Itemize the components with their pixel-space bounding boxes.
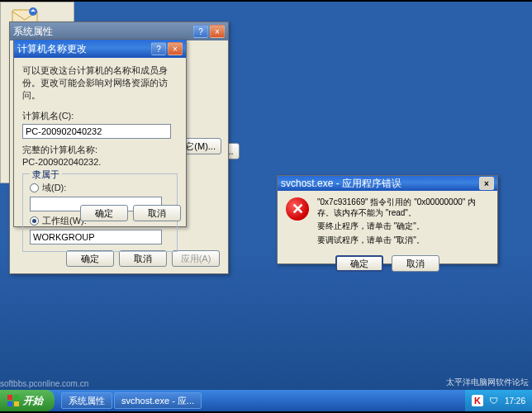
watermark-url: softbbs.pconline.com.cn bbox=[0, 379, 88, 388]
error-dialog: svchost.exe - 应用程序错误 × ✕ "0x7c931669" 指令… bbox=[277, 175, 498, 264]
start-button[interactable]: 开始 bbox=[0, 390, 55, 411]
watermark-text: 太平洋电脑网软件论坛 bbox=[446, 377, 529, 388]
rename-ok-button[interactable]: 确定 bbox=[80, 205, 128, 221]
rename-dialog: 计算机名称更改 ? × 可以更改这台计算机的名称和成员身份。更改可能会影响对网络… bbox=[13, 39, 187, 227]
system-tray[interactable]: K 🛡 17:26 bbox=[465, 390, 532, 411]
help-button[interactable]: ? bbox=[151, 42, 166, 55]
domain-label: 域(D): bbox=[42, 182, 66, 194]
rename-titlebar[interactable]: 计算机名称更改 ? × bbox=[14, 40, 186, 58]
help-button[interactable]: ? bbox=[193, 25, 208, 38]
rename-description: 可以更改这台计算机的名称和成员身份。更改可能会影响对网络资源的访问。 bbox=[22, 64, 178, 102]
close-button[interactable]: × bbox=[168, 42, 183, 55]
error-text: "0x7c931669" 指令引用的 "0x00000000" 内存。该内存不能… bbox=[317, 197, 489, 249]
error-title: svchost.exe - 应用程序错误 bbox=[281, 177, 401, 191]
svg-rect-5 bbox=[14, 401, 19, 406]
member-legend: 隶属于 bbox=[30, 169, 62, 181]
taskbar: 开始 系统属性 svchost.exe - 应... K 🛡 17:26 bbox=[0, 390, 532, 411]
full-name-value: PC-200902040232. bbox=[22, 157, 178, 167]
antivirus-icon[interactable]: K bbox=[472, 395, 483, 406]
error-line-2: 要终止程序，请单击 "确定"。 bbox=[317, 221, 489, 232]
rename-cancel-button[interactable]: 取消 bbox=[133, 205, 181, 221]
close-button[interactable]: × bbox=[479, 177, 494, 190]
full-name-label: 完整的计算机名称: bbox=[22, 144, 178, 156]
svg-rect-3 bbox=[14, 395, 19, 400]
desktop: 远程 ary's 络 ID(N)... 系统属性 ? × 其它(M)... 确定… bbox=[0, 2, 532, 411]
sysprops-title: 系统属性 bbox=[13, 25, 53, 39]
windows-logo-icon bbox=[7, 394, 20, 407]
clock[interactable]: 17:26 bbox=[505, 396, 525, 406]
computer-name-input[interactable] bbox=[22, 124, 171, 139]
svg-rect-4 bbox=[7, 401, 12, 406]
domain-radio[interactable] bbox=[30, 183, 39, 192]
close-button[interactable]: × bbox=[210, 25, 225, 38]
error-icon: ✕ bbox=[286, 197, 309, 221]
rename-title: 计算机名称更改 bbox=[17, 42, 87, 56]
task-item-error[interactable]: svchost.exe - 应... bbox=[114, 392, 202, 409]
workgroup-input[interactable] bbox=[30, 230, 162, 244]
computer-name-label: 计算机名(C): bbox=[22, 110, 178, 122]
svg-rect-2 bbox=[7, 395, 12, 400]
task-item-label: 系统属性 bbox=[69, 395, 105, 407]
task-item-sysprops[interactable]: 系统属性 bbox=[61, 392, 112, 409]
error-line-1: "0x7c931669" 指令引用的 "0x00000000" 内存。该内存不能… bbox=[317, 197, 489, 218]
taskbar-items: 系统属性 svchost.exe - 应... bbox=[61, 392, 202, 409]
shield-icon[interactable]: 🛡 bbox=[488, 395, 500, 406]
start-label: 开始 bbox=[23, 394, 43, 408]
task-item-label: svchost.exe - 应... bbox=[121, 395, 194, 407]
error-ok-button[interactable]: 确定 bbox=[335, 255, 383, 272]
error-titlebar[interactable]: svchost.exe - 应用程序错误 × bbox=[278, 176, 497, 191]
workgroup-radio[interactable] bbox=[30, 216, 39, 225]
error-cancel-button[interactable]: 取消 bbox=[392, 255, 439, 272]
sysprops-titlebar[interactable]: 系统属性 ? × bbox=[10, 22, 228, 40]
error-line-3: 要调试程序，请单击 "取消"。 bbox=[317, 235, 489, 246]
